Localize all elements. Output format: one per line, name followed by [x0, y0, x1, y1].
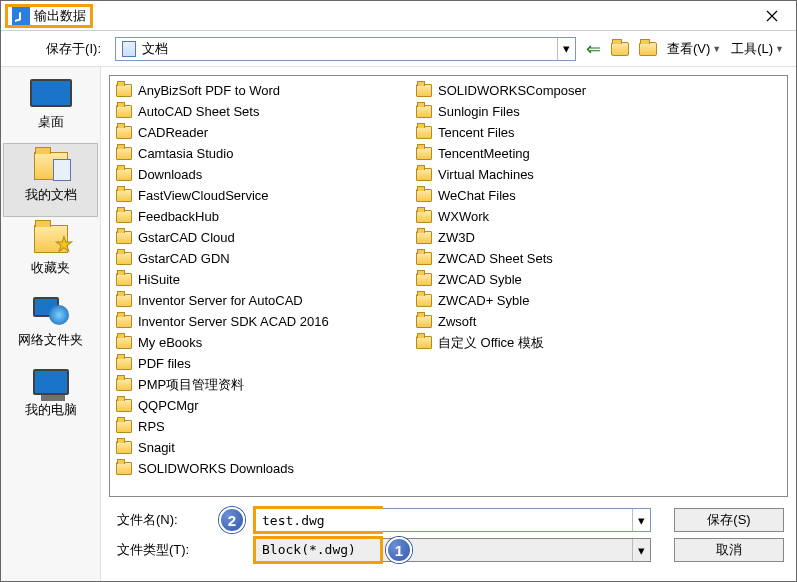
place-label: 收藏夹 [31, 259, 70, 277]
place-network[interactable]: 网络文件夹 [1, 289, 100, 361]
list-item[interactable]: RPS [114, 416, 414, 437]
title-highlight: 输出数据 [5, 4, 93, 28]
folder-icon [416, 273, 432, 286]
folder-icon [116, 189, 132, 202]
close-button[interactable] [752, 2, 792, 30]
cancel-button[interactable]: 取消 [674, 538, 784, 562]
save-button[interactable]: 保存(S) [674, 508, 784, 532]
list-item-label: QQPCMgr [138, 398, 199, 413]
place-favorites[interactable]: 收藏夹 [1, 217, 100, 289]
list-item[interactable]: Tencent Files [414, 122, 714, 143]
open-folder-icon[interactable] [611, 42, 629, 56]
list-item[interactable]: AnyBizSoft PDF to Word [114, 80, 414, 101]
list-item[interactable]: WXWork [414, 206, 714, 227]
folder-doc-icon [122, 41, 136, 57]
place-desktop[interactable]: 桌面 [1, 71, 100, 143]
list-item[interactable]: Inventor Server SDK ACAD 2016 [114, 311, 414, 332]
list-item[interactable]: TencentMeeting [414, 143, 714, 164]
list-item-label: HiSuite [138, 272, 180, 287]
filename-highlight [253, 506, 383, 534]
filename-row: 文件名(N): 2 ▾ 保存(S) [113, 505, 784, 535]
chevron-down-icon: ▾ [632, 509, 650, 531]
tools-menu[interactable]: 工具(L) ▼ [731, 40, 784, 58]
list-item[interactable]: Snagit [114, 437, 414, 458]
folder-icon [116, 462, 132, 475]
desktop-icon [30, 79, 72, 107]
list-item[interactable]: ZWCAD Sheet Sets [414, 248, 714, 269]
bottom-panel: 文件名(N): 2 ▾ 保存(S) 文件类型(T): [105, 501, 792, 573]
save-in-combobox[interactable]: 文档 ▾ [115, 37, 576, 61]
folder-icon [416, 126, 432, 139]
folder-icon [416, 189, 432, 202]
list-item[interactable]: GstarCAD GDN [114, 248, 414, 269]
place-my-computer[interactable]: 我的电脑 [1, 361, 100, 431]
list-item[interactable]: PDF files [114, 353, 414, 374]
save-dialog: 输出数据 保存于(I): 文档 ▾ ⇐ 查看(V) ▼ 工具(L) ▼ [0, 0, 797, 582]
list-item-label: ZWCAD Sheet Sets [438, 251, 553, 266]
folder-icon [116, 210, 132, 223]
list-item[interactable]: Downloads [114, 164, 414, 185]
places-bar: 桌面 我的文档 收藏夹 网络文件夹 我的电脑 [1, 67, 101, 581]
folder-icon [416, 315, 432, 328]
list-item[interactable]: WeChat Files [414, 185, 714, 206]
titlebar: 输出数据 [1, 1, 796, 31]
app-icon [12, 7, 30, 25]
list-item[interactable]: FeedbackHub [114, 206, 414, 227]
list-item-label: GstarCAD Cloud [138, 230, 235, 245]
list-item[interactable]: FastViewCloudService [114, 185, 414, 206]
file-listview[interactable]: AnyBizSoft PDF to WordAutoCAD Sheet Sets… [109, 75, 788, 497]
filetype-label: 文件类型(T): [113, 541, 213, 559]
list-item[interactable]: HiSuite [114, 269, 414, 290]
folder-icon [116, 420, 132, 433]
list-item[interactable]: Virtual Machines [414, 164, 714, 185]
list-item[interactable]: GstarCAD Cloud [114, 227, 414, 248]
list-item[interactable]: ZWCAD Syble [414, 269, 714, 290]
list-item[interactable]: My eBooks [114, 332, 414, 353]
list-item-label: SOLIDWORKSComposer [438, 83, 586, 98]
folder-icon [416, 336, 432, 349]
history-folder-icon[interactable] [639, 42, 657, 56]
list-item[interactable]: SOLIDWORKS Downloads [114, 458, 414, 479]
view-menu[interactable]: 查看(V) ▼ [667, 40, 721, 58]
list-item-label: Zwsoft [438, 314, 476, 329]
filename-input[interactable] [256, 509, 437, 531]
list-item[interactable]: AutoCAD Sheet Sets [114, 101, 414, 122]
list-item[interactable]: Sunlogin Files [414, 101, 714, 122]
list-item-label: WeChat Files [438, 188, 516, 203]
list-item[interactable]: Inventor Server for AutoCAD [114, 290, 414, 311]
filetype-highlight: Block(*.dwg) [253, 536, 383, 564]
folder-icon [416, 210, 432, 223]
folder-icon [116, 105, 132, 118]
list-item-label: ZW3D [438, 230, 475, 245]
list-item[interactable]: Camtasia Studio [114, 143, 414, 164]
folder-icon [416, 147, 432, 160]
chevron-down-icon: ▾ [557, 38, 575, 60]
place-my-documents[interactable]: 我的文档 [3, 143, 98, 217]
folder-icon [116, 357, 132, 370]
location-bar: 保存于(I): 文档 ▾ ⇐ 查看(V) ▼ 工具(L) ▼ [1, 31, 796, 67]
list-item-label: ZWCAD Syble [438, 272, 522, 287]
folder-icon [116, 399, 132, 412]
list-item[interactable]: SOLIDWORKSComposer [414, 80, 714, 101]
list-item-label: WXWork [438, 209, 489, 224]
list-item[interactable]: CADReader [114, 122, 414, 143]
filetype-value: Block(*.dwg) [256, 539, 380, 561]
filename-combobox[interactable]: ▾ [255, 508, 651, 532]
list-item[interactable]: ZWCAD+ Syble [414, 290, 714, 311]
back-icon[interactable]: ⇐ [586, 38, 601, 60]
folder-icon [116, 126, 132, 139]
toolbar-icons: ⇐ 查看(V) ▼ 工具(L) ▼ [582, 38, 788, 60]
list-item-label: GstarCAD GDN [138, 251, 230, 266]
save-in-value: 文档 [142, 40, 557, 58]
list-item[interactable]: 自定义 Office 模板 [414, 332, 714, 353]
folder-icon [116, 273, 132, 286]
list-item-label: ZWCAD+ Syble [438, 293, 529, 308]
list-item[interactable]: ZW3D [414, 227, 714, 248]
list-item[interactable]: Zwsoft [414, 311, 714, 332]
filetype-combobox[interactable]: Block(*.dwg) 1 ▾ [255, 538, 651, 562]
list-item[interactable]: PMP项目管理资料 [114, 374, 414, 395]
chevron-down-icon: ▼ [775, 44, 784, 54]
list-item[interactable]: QQPCMgr [114, 395, 414, 416]
folder-icon [116, 147, 132, 160]
view-menu-label: 查看(V) [667, 40, 710, 58]
